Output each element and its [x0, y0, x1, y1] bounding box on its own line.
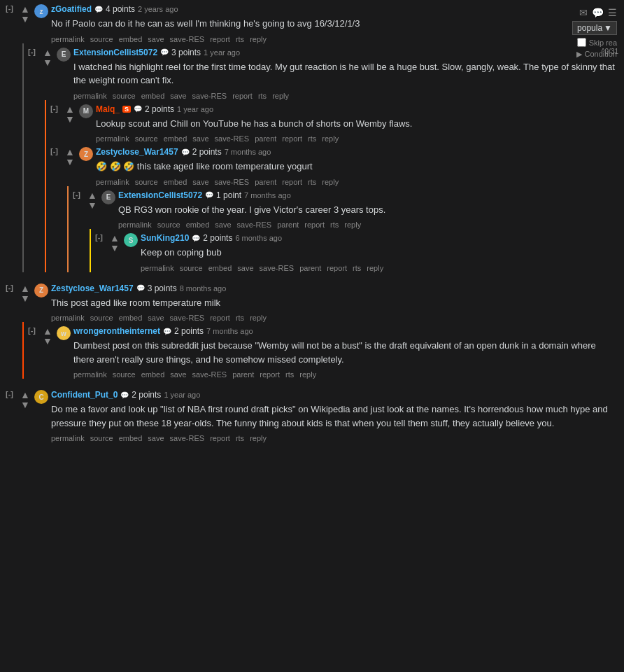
source-link[interactable]: source [157, 220, 180, 229]
username[interactable]: ExtensionCellist5072 [118, 190, 202, 200]
collapse-btn[interactable]: [-] [50, 104, 58, 113]
reply-link[interactable]: reply [367, 264, 383, 272]
username[interactable]: Malq_ [96, 104, 120, 114]
collapse-btn[interactable]: [-] [95, 233, 103, 241]
save-res-link[interactable]: save-RES [215, 178, 250, 186]
vote-up[interactable]: ▲ [87, 190, 97, 200]
vote-down[interactable]: ▼ [20, 293, 30, 303]
rts-link[interactable]: rts [308, 178, 316, 186]
source-link[interactable]: source [135, 178, 158, 186]
username[interactable]: ExtensionCellist5072 [73, 48, 157, 57]
reply-link[interactable]: reply [250, 35, 267, 43]
parent-link[interactable]: parent [277, 220, 299, 229]
parent-link[interactable]: parent [255, 134, 276, 143]
source-link[interactable]: source [180, 264, 203, 272]
embed-link[interactable]: embed [141, 92, 165, 100]
embed-link[interactable]: embed [164, 178, 187, 186]
report-link[interactable]: report [232, 92, 253, 100]
username[interactable]: Zestyclose_War1457 [51, 284, 134, 293]
report-link[interactable]: report [327, 264, 347, 272]
permalink-link[interactable]: permalink [118, 220, 152, 229]
save-link[interactable]: save [237, 264, 253, 272]
comment-icon[interactable]: 💬 [592, 7, 604, 18]
permalink-link[interactable]: permalink [73, 370, 107, 379]
embed-link[interactable]: embed [164, 134, 187, 143]
source-link[interactable]: source [90, 314, 113, 322]
report-link[interactable]: report [304, 220, 325, 229]
collapse-btn[interactable]: [-] [73, 190, 80, 199]
vote-up[interactable]: ▲ [20, 284, 30, 293]
report-link[interactable]: report [282, 178, 302, 186]
menu-icon[interactable]: ☰ [608, 7, 617, 18]
report-link[interactable]: report [282, 134, 302, 143]
rts-link[interactable]: rts [236, 314, 244, 322]
report-link[interactable]: report [210, 314, 230, 322]
mail-icon[interactable]: ✉ [579, 7, 588, 18]
username[interactable]: SunKing210 [141, 233, 189, 243]
save-res-link[interactable]: save-RES [170, 35, 205, 43]
reply-link[interactable]: reply [272, 92, 289, 100]
embed-link[interactable]: embed [141, 370, 165, 379]
source-link[interactable]: source [113, 370, 136, 379]
permalink-link[interactable]: permalink [51, 314, 85, 322]
parent-link[interactable]: parent [299, 264, 321, 272]
embed-link[interactable]: embed [119, 434, 143, 442]
rts-link[interactable]: rts [236, 434, 244, 442]
source-link[interactable]: source [113, 92, 136, 100]
save-res-link[interactable]: save-RES [237, 220, 272, 229]
source-link[interactable]: source [135, 134, 158, 143]
save-link[interactable]: save [148, 434, 164, 442]
embed-link[interactable]: embed [119, 35, 143, 43]
permalink-link[interactable]: permalink [96, 134, 129, 143]
vote-down[interactable]: ▼ [20, 400, 30, 410]
vote-down[interactable]: ▼ [43, 57, 52, 67]
vote-up[interactable]: ▲ [20, 390, 30, 400]
vote-down[interactable]: ▼ [110, 243, 120, 253]
parent-link[interactable]: parent [232, 370, 254, 379]
vote-down[interactable]: ▼ [87, 200, 97, 210]
permalink-link[interactable]: permalink [141, 264, 174, 272]
reply-link[interactable]: reply [250, 434, 267, 442]
rts-link[interactable]: rts [330, 220, 339, 229]
save-link[interactable]: save [148, 35, 164, 43]
reply-link[interactable]: reply [250, 314, 267, 322]
vote-up[interactable]: ▲ [43, 48, 52, 57]
vote-up[interactable]: ▲ [65, 104, 75, 114]
report-link[interactable]: report [260, 370, 280, 379]
reply-link[interactable]: reply [299, 370, 316, 379]
collapse-btn[interactable]: [-] [28, 48, 36, 56]
vote-down[interactable]: ▼ [65, 114, 75, 124]
vote-up[interactable]: ▲ [20, 4, 30, 14]
rts-link[interactable]: rts [308, 134, 316, 143]
collapse-btn[interactable]: [-] [6, 284, 13, 292]
permalink-link[interactable]: permalink [51, 35, 85, 43]
save-link[interactable]: save [192, 134, 208, 143]
collapse-btn[interactable]: [-] [6, 4, 13, 13]
vote-up[interactable]: ▲ [65, 147, 75, 157]
collapse-btn[interactable]: [-] [28, 326, 36, 335]
save-res-link[interactable]: save-RES [170, 314, 205, 322]
save-res-link[interactable]: save-RES [215, 134, 250, 143]
permalink-link[interactable]: permalink [73, 92, 107, 100]
vote-up[interactable]: ▲ [110, 233, 120, 243]
permalink-link[interactable]: permalink [51, 434, 85, 442]
username[interactable]: Confident_Put_0 [51, 390, 118, 400]
save-link[interactable]: save [192, 178, 208, 186]
save-res-link[interactable]: save-RES [192, 92, 227, 100]
rts-link[interactable]: rts [258, 92, 267, 100]
reply-link[interactable]: reply [322, 178, 339, 186]
save-res-link[interactable]: save-RES [170, 434, 205, 442]
vote-down[interactable]: ▼ [20, 14, 30, 24]
vote-down[interactable]: ▼ [43, 336, 52, 346]
source-link[interactable]: source [90, 434, 113, 442]
rts-link[interactable]: rts [236, 35, 244, 43]
save-link[interactable]: save [148, 314, 164, 322]
username[interactable]: wrongerontheinternet [73, 326, 160, 336]
save-link[interactable]: save [170, 370, 186, 379]
parent-link[interactable]: parent [255, 178, 276, 186]
rts-link[interactable]: rts [353, 264, 361, 272]
source-link[interactable]: source [90, 35, 113, 43]
vote-up[interactable]: ▲ [43, 326, 52, 336]
collapse-btn[interactable]: [-] [50, 147, 58, 155]
save-link[interactable]: save [215, 220, 231, 229]
